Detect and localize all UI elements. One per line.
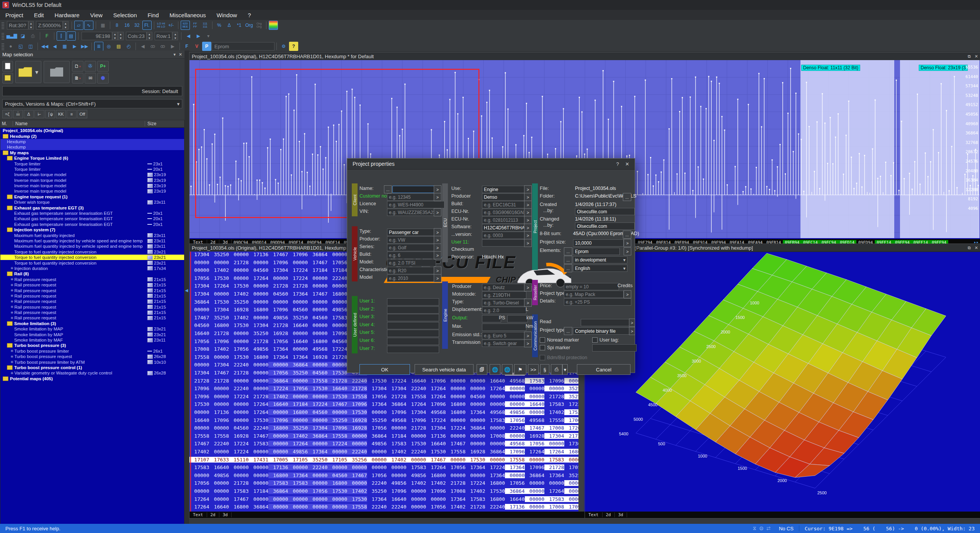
tree-row[interactable]: Potential maps (405) [0, 376, 184, 381]
hex-cell[interactable]: 17558 [189, 354, 209, 360]
hex-cell[interactable]: 35250 [367, 417, 387, 423]
tree-row[interactable]: Smoke limitation (3) [0, 321, 184, 326]
web-search-green-button[interactable]: 🌐 [502, 364, 513, 375]
hex-cell[interactable]: 17224 [328, 346, 348, 352]
hex-cell[interactable]: 17008 [446, 488, 466, 494]
original-icon[interactable]: Org [245, 21, 254, 30]
hex-cell[interactable]: 16640 [189, 330, 209, 336]
vehicle-type-arrow-button[interactable]: > [434, 228, 441, 236]
first-map-icon[interactable]: ◀◀ [40, 42, 49, 51]
hex-cell[interactable]: 21728 [446, 480, 466, 486]
hex-cell[interactable]: 21728 [288, 283, 308, 289]
hex-cell[interactable]: 21728 [544, 394, 564, 399]
hex-cell[interactable]: 04560 [229, 425, 249, 431]
tree-filter-0[interactable]: =ζ [2, 110, 12, 118]
session-bar[interactable]: Session: Default [2, 86, 182, 96]
doc-plus-icon[interactable]: 🗎+ [72, 73, 83, 83]
hex-cell[interactable]: 04560 [268, 291, 288, 297]
hex-cell[interactable]: 17558 [308, 378, 328, 384]
hex-cell[interactable]: 21728 [209, 330, 229, 336]
rotation-stepper[interactable]: Rot:30?▲▼ [7, 21, 34, 29]
open-dropdown-icon[interactable]: ▾ [35, 69, 38, 76]
tree-row[interactable]: Exhaust gas temperature EGT (3) [0, 205, 184, 210]
hex-cell[interactable]: 00000 [229, 330, 249, 336]
hex-cell[interactable]: 17558 [407, 394, 426, 399]
hex-cell[interactable]: 17056 [189, 275, 209, 281]
hex-cell[interactable]: 17558 [446, 449, 466, 455]
hex-cell[interactable]: 17530 [347, 409, 367, 415]
hex-cell[interactable]: 17304 [544, 433, 564, 439]
hex-cell[interactable]: 17558 [347, 504, 367, 510]
dialog-close-icon[interactable]: ✕ [625, 161, 629, 167]
original-compare-icon[interactable]: Org Org [255, 21, 264, 30]
hex-cell[interactable]: 00000 [308, 322, 328, 328]
filter-p-icon[interactable]: P [202, 42, 211, 51]
hex-cell[interactable]: 17224 [426, 417, 446, 423]
hex-cell[interactable]: 49568 [387, 417, 407, 423]
hex-cell[interactable]: 17096 [426, 378, 446, 384]
tab-3d[interactable]: 3d [219, 512, 232, 517]
hex-cell[interactable]: 17431 [249, 457, 269, 463]
hex-cell[interactable]: 16640 [505, 496, 525, 502]
hex-cell[interactable]: 00000 [229, 267, 249, 273]
hex-cell[interactable]: 36864 [249, 504, 269, 510]
ecu-build-input[interactable]: e.g. EDC16C31 [482, 201, 526, 208]
hex-cell[interactable]: 00000 [249, 283, 269, 289]
hex-cell[interactable]: 17056 [367, 473, 387, 478]
hex-cell[interactable]: 17558 [209, 433, 229, 439]
address-stepper[interactable]: 9E198▲▼▲▼ [82, 32, 124, 40]
hex-cell[interactable]: 17558 [189, 433, 209, 439]
hex-cell[interactable]: 00000 [525, 409, 545, 415]
tree-row[interactable]: Inverse main torque model23x19 [0, 178, 184, 183]
window-close-icon[interactable]: ✕ [975, 245, 978, 250]
preview-search-icon[interactable]: ◎ [104, 42, 113, 51]
hex-cell[interactable]: 17096 [189, 394, 209, 399]
hex-cell[interactable]: 00000 [189, 267, 209, 273]
hex-cell[interactable]: 00000 [308, 441, 328, 446]
vehicle-model-input[interactable]: e.g. 2.0 TFSI [387, 259, 436, 266]
rotation-stepper-spinner[interactable]: ▲▼ [28, 21, 34, 29]
hex-cell[interactable]: 35250 [328, 417, 348, 423]
hex-cell[interactable]: 21728 [268, 322, 288, 328]
transmission-arrow-button[interactable]: > [524, 339, 532, 347]
hex-cell[interactable]: 00000 [268, 449, 288, 455]
hex-cell[interactable]: 17056 [426, 504, 446, 510]
hex-cell[interactable]: 17402 [288, 433, 308, 439]
hex-cell[interactable]: 17264 [249, 275, 269, 281]
hex-cell[interactable]: 17136 [505, 504, 525, 510]
zoom-stepper-value[interactable]: Z:50000% [36, 21, 62, 29]
ecu-build-arrow-button[interactable]: > [524, 201, 532, 209]
hex-cell[interactable]: 00000 [544, 386, 564, 391]
map-table-icon[interactable]: ▦ [60, 42, 69, 51]
row-stepper[interactable]: Row:1▲▼ [155, 32, 178, 40]
bdm-protection-checkbox[interactable]: Bdm/Bsl protection [540, 355, 587, 360]
hex-cell[interactable]: 00000 [466, 441, 485, 446]
hex-cell[interactable]: 00000 [426, 496, 446, 502]
hex-cell[interactable]: 00000 [407, 488, 426, 494]
hex-cell[interactable]: 16800 [249, 307, 269, 312]
hex-cell[interactable]: 16640 [426, 441, 446, 446]
hex-cell[interactable]: 00000 [308, 330, 328, 336]
name-input[interactable] [392, 186, 436, 193]
hex-cell[interactable]: 00000 [268, 409, 288, 415]
hex-cell[interactable]: 17402 [426, 480, 446, 486]
hex-cell[interactable]: 00000 [407, 457, 426, 463]
hex-cell[interactable]: 00000 [229, 464, 249, 470]
hex-cell[interactable]: 00000 [189, 473, 209, 478]
language-dots-button[interactable]: ... [564, 264, 572, 272]
hex-cell[interactable]: 00000 [328, 496, 348, 502]
hex-cell[interactable]: 00000 [308, 275, 328, 281]
hex-cell[interactable]: 17467 [328, 401, 348, 407]
hex-cell[interactable]: 00000 [328, 299, 348, 305]
hex-cell[interactable]: 00000 [209, 394, 229, 399]
hex-cell[interactable]: 17056 [367, 425, 387, 431]
history-forward-icon[interactable]: ▶ [194, 31, 203, 41]
hex-cell[interactable]: 17008 [189, 346, 209, 352]
hex-cell[interactable]: 16640 [288, 322, 308, 328]
search-binocular-up-icon[interactable]: ꝏ [158, 42, 167, 51]
color-gradient-icon[interactable] [269, 21, 278, 30]
hex-cell[interactable]: 17402 [229, 315, 249, 320]
dialog-title-bar[interactable]: Project properties ?✕ [347, 159, 635, 170]
hex-cell[interactable]: 16800 [426, 473, 446, 478]
use-input[interactable]: Engine [482, 186, 526, 193]
